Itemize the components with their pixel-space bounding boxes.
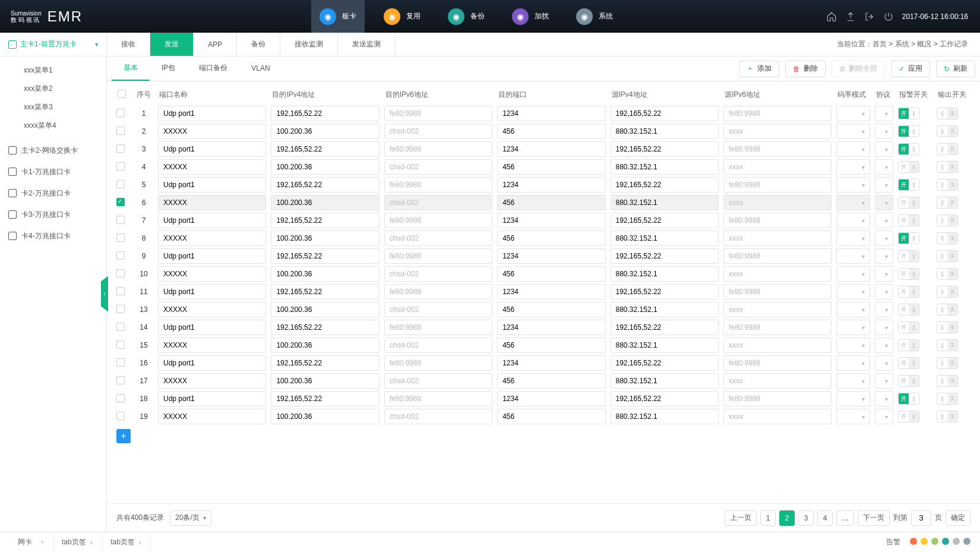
row-checkbox[interactable] [116, 234, 125, 242]
topnav-item-3[interactable]: ◉加扰 [504, 0, 557, 33]
port-name-input[interactable] [158, 141, 266, 157]
refresh-button[interactable]: ↻刷新 [936, 61, 975, 77]
port-name-input[interactable] [158, 284, 266, 299]
bitrate-mode-select[interactable] [836, 391, 870, 406]
dest-ipv4-input[interactable] [271, 213, 379, 228]
row-checkbox[interactable] [116, 394, 125, 402]
exit-icon[interactable] [864, 11, 875, 22]
row-checkbox[interactable] [116, 127, 125, 135]
row-checkbox[interactable] [116, 144, 125, 153]
alarm-toggle[interactable]: 开|| [898, 304, 919, 316]
dest-ipv4-input[interactable] [271, 195, 379, 210]
src-ipv4-input[interactable] [611, 248, 719, 264]
row-checkbox[interactable] [116, 358, 125, 367]
port-name-input[interactable] [158, 159, 266, 175]
sidebar-sub-item-3[interactable]: xxxx菜单4 [0, 116, 106, 135]
src-ipv4-input[interactable] [611, 355, 719, 371]
row-checkbox[interactable] [116, 305, 125, 313]
tab-1[interactable]: 发送 [150, 33, 194, 56]
footer-tab-1[interactable]: tab页签× [53, 532, 102, 553]
src-ipv4-input[interactable] [611, 302, 719, 317]
bitrate-mode-select[interactable] [836, 231, 870, 246]
bitrate-mode-select[interactable] [836, 177, 870, 193]
src-ipv4-input[interactable] [611, 177, 719, 193]
home-icon[interactable] [826, 11, 837, 22]
status-dot-4[interactable] [953, 538, 960, 545]
dest-ipv6-input[interactable] [384, 124, 492, 139]
tab-2[interactable]: APP [194, 33, 237, 56]
crumb[interactable]: 工作记录 [940, 40, 968, 48]
protocol-select[interactable] [875, 248, 893, 264]
goto-page-input[interactable] [911, 510, 931, 526]
output-toggle[interactable]: ||关 [937, 197, 958, 209]
bitrate-mode-select[interactable] [836, 302, 870, 317]
add-tab-icon[interactable]: + [36, 538, 45, 547]
page-size-select[interactable]: 20条/页 [170, 510, 211, 526]
output-toggle[interactable]: ||关 [937, 250, 958, 262]
protocol-select[interactable] [875, 106, 893, 121]
protocol-select[interactable] [875, 177, 893, 193]
src-ipv4-input[interactable] [611, 320, 719, 335]
row-checkbox[interactable] [116, 109, 125, 117]
bitrate-mode-select[interactable] [836, 159, 870, 175]
src-ipv6-input[interactable] [723, 177, 832, 193]
alarm-toggle[interactable]: 开|| [898, 161, 919, 173]
crumb[interactable]: 系统 [895, 40, 909, 48]
row-checkbox[interactable] [116, 180, 125, 188]
protocol-select[interactable] [875, 320, 893, 335]
dest-port-input[interactable] [497, 248, 605, 264]
protocol-select[interactable] [875, 355, 893, 371]
protocol-select[interactable] [875, 391, 893, 406]
add-button[interactable]: ＋添加 [739, 61, 779, 77]
protocol-select[interactable] [875, 409, 893, 424]
dest-ipv6-input[interactable] [384, 195, 492, 210]
dest-port-input[interactable] [497, 124, 605, 139]
dest-ipv4-input[interactable] [271, 106, 379, 121]
dest-ipv6-input[interactable] [384, 248, 492, 264]
page-button-4[interactable]: 4 [817, 510, 833, 526]
src-ipv6-input[interactable] [723, 248, 832, 264]
protocol-select[interactable] [875, 231, 893, 246]
output-toggle[interactable]: ||关 [937, 393, 958, 405]
alarm-toggle[interactable]: 开|| [898, 268, 919, 280]
alarm-toggle[interactable]: 开|| [898, 108, 919, 119]
topnav-item-2[interactable]: ◉备份 [440, 0, 493, 33]
src-ipv6-input[interactable] [723, 373, 832, 389]
output-toggle[interactable]: ||关 [937, 321, 958, 333]
select-all-checkbox[interactable] [118, 90, 126, 98]
dest-ipv6-input[interactable] [384, 391, 492, 406]
goto-confirm-button[interactable]: 确定 [946, 510, 970, 526]
dest-ipv4-input[interactable] [271, 124, 379, 139]
sidebar-card-1[interactable]: 卡1-万兆接口卡 [0, 161, 106, 182]
status-dot-2[interactable] [931, 538, 938, 545]
row-checkbox[interactable] [116, 216, 125, 224]
port-name-input[interactable] [158, 248, 266, 264]
alarm-toggle[interactable]: 开|| [898, 125, 919, 137]
src-ipv4-input[interactable] [611, 284, 719, 299]
row-checkbox[interactable] [116, 287, 125, 295]
footer-tab-2[interactable]: tab页签× [102, 532, 151, 553]
row-checkbox[interactable] [116, 412, 125, 420]
prev-page-button[interactable]: 上一页 [725, 510, 757, 526]
output-toggle[interactable]: ||关 [937, 411, 958, 422]
src-ipv6-input[interactable] [723, 195, 832, 210]
dest-ipv4-input[interactable] [271, 266, 379, 282]
dest-ipv4-input[interactable] [271, 159, 379, 175]
page-button-…[interactable]: … [836, 510, 854, 526]
src-ipv6-input[interactable] [723, 355, 832, 371]
output-toggle[interactable]: ||关 [937, 179, 958, 191]
sidebar-card-4[interactable]: 卡4-万兆接口卡 [0, 225, 106, 247]
src-ipv6-input[interactable] [723, 106, 832, 121]
dest-port-input[interactable] [497, 409, 605, 424]
bitrate-mode-select[interactable] [836, 337, 870, 353]
protocol-select[interactable] [875, 302, 893, 317]
src-ipv4-input[interactable] [611, 124, 719, 139]
port-name-input[interactable] [158, 302, 266, 317]
subtab-3[interactable]: VLAN [239, 56, 282, 81]
src-ipv6-input[interactable] [723, 141, 832, 157]
src-ipv4-input[interactable] [611, 195, 719, 210]
dest-ipv4-input[interactable] [271, 141, 379, 157]
bitrate-mode-select[interactable] [836, 213, 870, 228]
src-ipv4-input[interactable] [611, 409, 719, 424]
alarm-toggle[interactable]: 开|| [898, 339, 919, 351]
